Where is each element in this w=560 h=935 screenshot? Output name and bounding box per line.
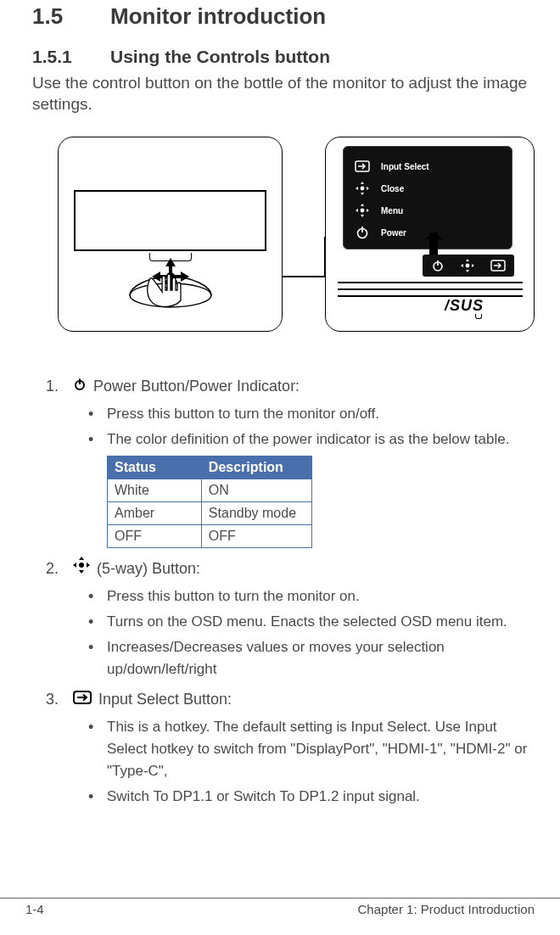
svg-marker-15 bbox=[361, 204, 364, 206]
list-item-title: (5-way) Button: bbox=[97, 557, 200, 580]
control-strip bbox=[423, 255, 514, 277]
list-item: Increases/Decreases values or moves your… bbox=[88, 636, 535, 680]
power-icon bbox=[354, 226, 371, 239]
svg-marker-10 bbox=[361, 182, 364, 184]
input-select-icon bbox=[490, 260, 506, 272]
diagram-panel-left bbox=[58, 137, 283, 332]
section-title: Monitor introduction bbox=[110, 3, 326, 29]
status-table: Status Description WhiteON AmberStandby … bbox=[107, 456, 312, 548]
leader-line bbox=[282, 276, 326, 277]
svg-marker-25 bbox=[424, 232, 443, 239]
osd-row: Input Select bbox=[354, 155, 501, 177]
svg-point-19 bbox=[361, 209, 365, 213]
svg-point-14 bbox=[361, 187, 365, 191]
list-item: Power Button/Power Indicator: Press this… bbox=[63, 374, 535, 548]
page-footer: 1-4 Chapter 1: Product Introduction bbox=[0, 898, 560, 916]
list-item: Input Select Button: This is a hotkey. T… bbox=[63, 687, 535, 808]
lead-paragraph: Use the control button on the bottle of … bbox=[32, 72, 535, 115]
subsection-heading: 1.5.1Using the Controls button bbox=[32, 47, 535, 67]
list-item: (5-way) Button: Press this button to tur… bbox=[63, 557, 535, 680]
section-number: 1.5 bbox=[32, 3, 110, 30]
asus-logo: /SUS bbox=[445, 297, 512, 316]
diagram-panel-right: Input Select Close Menu Power bbox=[325, 137, 535, 332]
power-icon bbox=[431, 259, 445, 272]
monitor-neck bbox=[149, 253, 192, 261]
svg-marker-31 bbox=[472, 264, 474, 267]
monitor-outline bbox=[74, 190, 266, 251]
svg-point-32 bbox=[466, 264, 470, 268]
svg-marker-38 bbox=[73, 563, 76, 568]
svg-marker-16 bbox=[361, 215, 364, 217]
osd-item-label: Input Select bbox=[381, 162, 429, 171]
chapter-label: Chapter 1: Product Introduction bbox=[358, 902, 535, 916]
osd-row: Close bbox=[354, 177, 501, 199]
list-item: Press this button to turn the monitor on… bbox=[88, 403, 535, 425]
joystick-icon bbox=[73, 557, 90, 580]
table-row: WhiteON bbox=[108, 479, 312, 502]
osd-item-label: Power bbox=[381, 228, 406, 238]
bezel-line bbox=[338, 282, 523, 290]
svg-marker-29 bbox=[466, 270, 469, 272]
input-select-icon bbox=[354, 160, 371, 172]
svg-marker-13 bbox=[367, 187, 369, 190]
svg-marker-36 bbox=[79, 557, 84, 560]
subsection-number: 1.5.1 bbox=[32, 47, 110, 67]
osd-item-label: Close bbox=[381, 184, 404, 193]
subsection-title: Using the Controls button bbox=[110, 47, 330, 66]
joystick-icon bbox=[461, 259, 474, 272]
list-item: The color definition of the power indica… bbox=[88, 428, 535, 451]
osd-item-label: Menu bbox=[381, 206, 403, 216]
svg-marker-18 bbox=[367, 209, 369, 212]
svg-marker-12 bbox=[356, 187, 358, 190]
list-item-title: Input Select Button: bbox=[98, 687, 232, 711]
menu-icon bbox=[354, 204, 371, 217]
diagram-container: Input Select Close Menu Power bbox=[58, 137, 535, 337]
table-header: Description bbox=[201, 456, 311, 479]
list-item-title: Power Button/Power Indicator: bbox=[93, 374, 300, 398]
svg-marker-30 bbox=[461, 264, 463, 267]
svg-marker-17 bbox=[356, 209, 358, 212]
svg-marker-28 bbox=[466, 259, 469, 261]
svg-marker-11 bbox=[361, 193, 364, 195]
page-number: 1-4 bbox=[25, 902, 44, 916]
svg-marker-39 bbox=[87, 563, 90, 568]
table-row: AmberStandby mode bbox=[108, 502, 312, 525]
svg-point-40 bbox=[79, 563, 84, 568]
svg-marker-37 bbox=[79, 570, 84, 574]
list-item: Turns on the OSD menu. Enacts the select… bbox=[88, 611, 535, 633]
close-icon bbox=[354, 182, 371, 195]
list-item: Switch To DP1.1 or Switch To DP1.2 input… bbox=[88, 786, 535, 808]
list-item: This is a hotkey. The default setting is… bbox=[88, 716, 535, 782]
monitor-stand bbox=[128, 261, 213, 309]
input-select-icon bbox=[73, 687, 92, 711]
osd-row: Menu bbox=[354, 199, 501, 221]
list-item: Press this button to turn the monitor on… bbox=[88, 585, 535, 607]
power-icon bbox=[73, 374, 87, 398]
section-heading: 1.5Monitor introduction bbox=[32, 0, 535, 30]
table-header: Status bbox=[108, 456, 202, 479]
table-row: OFFOFF bbox=[108, 525, 312, 548]
instruction-list: Power Button/Power Indicator: Press this… bbox=[32, 374, 535, 808]
bezel-notch bbox=[475, 314, 482, 319]
